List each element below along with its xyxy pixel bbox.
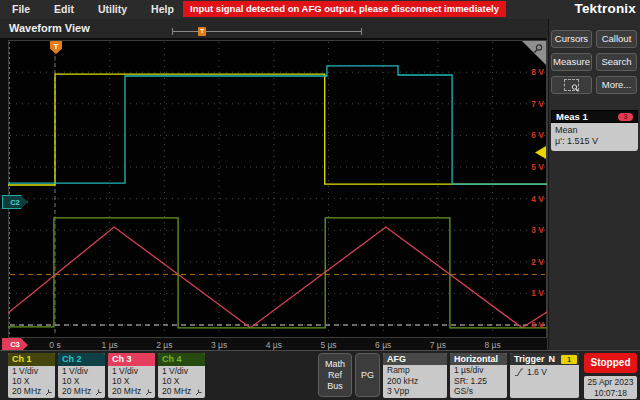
channel-4-scale: 1 V/div xyxy=(158,366,205,376)
probe-icon xyxy=(195,388,203,396)
channel-2-badge[interactable]: Ch 2 1 V/div 10 X 20 MHz xyxy=(58,353,105,398)
zoom-mode-button[interactable] xyxy=(551,76,592,94)
channel-1-attenuation: 10 X xyxy=(8,376,55,386)
menu-edit[interactable]: Edit xyxy=(42,0,86,19)
meas1-header[interactable]: Meas 1 3 xyxy=(551,110,638,123)
x-axis-label: 7 µs xyxy=(430,340,446,350)
trigger-mode: N xyxy=(549,353,556,365)
afg-frequency: 200 kHz xyxy=(383,376,447,387)
right-sidebar: Cursors Callout Measure Search More... M… xyxy=(549,19,640,350)
channel-2-scale: 1 V/div xyxy=(58,366,105,376)
pg-label: PG xyxy=(356,370,379,381)
menu-file[interactable]: File xyxy=(0,0,42,19)
y-axis-label: 5 V xyxy=(531,162,544,172)
tektronix-logo: Tektronix xyxy=(574,1,636,16)
meas1-type: Mean xyxy=(555,125,634,136)
probe-icon xyxy=(95,388,103,396)
channel-3-label: Ch 3 xyxy=(108,353,155,366)
y-axis-label: 0 V xyxy=(531,320,544,330)
search-button[interactable]: Search xyxy=(596,53,637,71)
horizontal-record-length: RL: 12.5 kpts xyxy=(450,397,507,399)
channel-3-attenuation: 10 X xyxy=(108,376,155,386)
y-axis-label: 7 V xyxy=(531,99,544,109)
trigger-source-badge: 1 xyxy=(561,355,577,364)
callout-button[interactable]: Callout xyxy=(596,30,637,48)
trigger-header: Trigger N 1 xyxy=(510,353,579,365)
x-axis-label: 2 µs xyxy=(156,340,172,350)
x-axis-label: 0 s xyxy=(49,340,60,350)
channel-1-badge[interactable]: Ch 1 1 V/div 10 X 20 MHz xyxy=(8,353,55,398)
timebase-overview-bar[interactable]: T xyxy=(172,27,362,35)
meas1-body: Mean μ': 1.515 V xyxy=(551,123,638,151)
zoom-area-icon xyxy=(564,79,579,91)
rising-edge-icon xyxy=(514,367,524,377)
channel-1-label: Ch 1 xyxy=(8,353,55,366)
more-button[interactable]: More... xyxy=(596,76,637,94)
math-ref-bus-button[interactable]: Math Ref Bus xyxy=(318,353,352,397)
afg-amplitude: 3 Vpp xyxy=(383,386,447,397)
tab-waveform-view[interactable]: Waveform View xyxy=(9,22,90,34)
horizontal-panel[interactable]: Horizontal 1 µs/div SR: 1.25 GS/s RL: 12… xyxy=(450,353,507,398)
timebase-right-cap xyxy=(361,28,362,35)
acquisition-status-button[interactable]: Stopped xyxy=(584,353,637,373)
afg-waveform-type: Ramp xyxy=(383,365,447,376)
menu-help[interactable]: Help xyxy=(139,0,186,19)
meas1-panel[interactable]: Meas 1 3 Mean μ': 1.515 V xyxy=(551,110,638,151)
datetime-display: 25 Apr 2023 10:07:18 xyxy=(584,376,637,399)
channel-4-attenuation: 10 X xyxy=(158,376,205,386)
channel-1-scale: 1 V/div xyxy=(8,366,55,376)
waveform-region: Waveform View T 8 V7 V6 V5 V4 V3 V2 V1 V… xyxy=(0,19,548,350)
probe-icon xyxy=(45,388,53,396)
meas1-title: Meas 1 xyxy=(556,111,588,122)
channel-2-attenuation: 10 X xyxy=(58,376,105,386)
channel-4-label: Ch 4 xyxy=(158,353,205,366)
meas1-source-badge: 3 xyxy=(618,113,633,121)
trigger-level-value: 1.6 V xyxy=(527,367,547,378)
timebase-left-cap xyxy=(172,28,173,35)
afg-panel[interactable]: AFG Ramp 200 kHz 3 Vpp xyxy=(383,353,447,398)
x-axis-label: 6 µs xyxy=(375,340,391,350)
horizontal-title: Horizontal xyxy=(450,353,507,365)
waveform-plot[interactable]: 8 V7 V6 V5 V4 V3 V2 V1 V0 V0 s1 µs2 µs3 … xyxy=(8,40,547,352)
pg-button[interactable]: PG xyxy=(355,353,380,397)
y-axis-label: 6 V xyxy=(531,130,544,140)
timebase-trigger-marker[interactable]: T xyxy=(198,27,206,36)
x-axis-label: 1 µs xyxy=(102,340,118,350)
ref-label: Ref xyxy=(319,370,351,381)
measure-button[interactable]: Measure xyxy=(551,53,592,71)
y-axis-label: 1 V xyxy=(531,288,544,298)
trigger-panel[interactable]: Trigger N 1 1.6 V xyxy=(510,353,579,398)
x-axis-label: 5 µs xyxy=(320,340,336,350)
channel-3-badge[interactable]: Ch 3 1 V/div 10 X 20 MHz xyxy=(108,353,155,398)
cursors-button[interactable]: Cursors xyxy=(551,30,592,48)
probe-icon xyxy=(145,388,153,396)
y-axis-label: 3 V xyxy=(531,225,544,235)
date-text: 25 Apr 2023 xyxy=(584,377,637,388)
channel-4-badge[interactable]: Ch 4 1 V/div 10 X 20 MHz xyxy=(158,353,205,398)
y-axis-label: 8 V xyxy=(531,67,544,77)
horizontal-scale: 1 µs/div xyxy=(450,365,507,376)
channel-3-scale: 1 V/div xyxy=(108,366,155,376)
meas1-value: μ': 1.515 V xyxy=(555,136,634,147)
bottom-bar: Ch 1 1 V/div 10 X 20 MHz Ch 2 1 V/div 10… xyxy=(0,350,640,400)
x-axis-label: 4 µs xyxy=(266,340,282,350)
trigger-title: Trigger xyxy=(514,353,545,365)
graticule xyxy=(9,41,547,338)
bus-label: Bus xyxy=(319,381,351,392)
trigger-level-row: 1.6 V xyxy=(510,365,579,378)
menu-utility[interactable]: Utility xyxy=(86,0,139,19)
x-axis-label: 3 µs xyxy=(211,340,227,350)
y-axis-label: 4 V xyxy=(531,194,544,204)
waveform-tab-bar: Waveform View T xyxy=(0,19,548,38)
time-text: 10:07:18 xyxy=(584,388,637,399)
horizontal-sample-rate: SR: 1.25 GS/s xyxy=(450,376,507,397)
afg-title: AFG xyxy=(383,353,447,365)
y-axis-label: 2 V xyxy=(531,257,544,267)
scope-application: File Edit Utility Help Input signal dete… xyxy=(0,0,640,400)
x-axis-label: 8 µs xyxy=(484,340,500,350)
math-label: Math xyxy=(319,359,351,370)
channel-2-label: Ch 2 xyxy=(58,353,105,366)
warning-banner: Input signal detected on AFG output, ple… xyxy=(183,1,506,17)
